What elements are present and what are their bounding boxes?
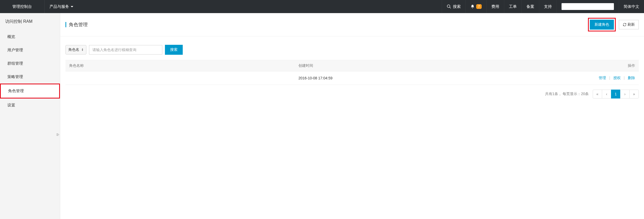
stepper-icon: ▲▼ <box>81 48 84 51</box>
sidebar-item-overview[interactable]: 概览 <box>0 30 60 43</box>
action-authorize[interactable]: 授权 <box>613 76 621 80</box>
products-menu[interactable]: 产品与服务 <box>45 0 78 13</box>
refresh-icon <box>623 23 626 26</box>
global-search[interactable]: 搜索 <box>442 0 465 13</box>
table-row: 2016-10-08 17:04:59 管理 | 授权 | 删除 <box>65 72 639 85</box>
svg-point-0 <box>447 5 450 8</box>
page-title: 角色管理 <box>69 21 588 28</box>
brand[interactable]: 管理控制台 <box>0 0 45 13</box>
sidebar-item-groups[interactable]: 群组管理 <box>0 57 60 70</box>
bell-icon <box>470 4 475 9</box>
title-accent-bar <box>65 22 66 27</box>
filter-input[interactable] <box>89 45 162 54</box>
nav-item-billing[interactable]: 费用 <box>486 0 504 13</box>
sidebar-item-users[interactable]: 用户管理 <box>0 43 60 57</box>
search-icon <box>447 4 451 9</box>
pagination: 共有1条， 每页显示：20条 « ‹ 1 › » <box>60 85 644 103</box>
refresh-button[interactable]: 刷新 <box>619 20 639 29</box>
filter-select-label: 角色名 <box>68 47 79 52</box>
action-manage[interactable]: 管理 <box>599 76 606 80</box>
page-prev[interactable]: ‹ <box>602 90 611 98</box>
page-current[interactable]: 1 <box>611 90 620 98</box>
page-next[interactable]: › <box>620 90 630 98</box>
search-label: 搜索 <box>453 4 461 9</box>
notifications[interactable]: 7 <box>465 0 486 13</box>
filter-search-button[interactable]: 搜索 <box>165 45 183 55</box>
refresh-label: 刷新 <box>628 22 635 27</box>
highlight-sidebar: 角色管理 <box>0 84 60 98</box>
highlight-new-role: 新建角色 <box>588 18 616 31</box>
top-nav: 管理控制台 产品与服务 搜索 7 费用 工单 备案 支持 简体中文 <box>0 0 644 13</box>
roles-table: 角色名称 创建时间 操作 2016-10-08 17:04:59 管理 | 授权… <box>65 60 639 85</box>
notifications-badge: 7 <box>476 4 482 9</box>
content: 角色管理 新建角色 刷新 角色名 ▲▼ 搜索 角色名称 创建时间 操作 <box>60 13 644 219</box>
col-actions: 操作 <box>524 60 639 72</box>
spacer <box>78 0 442 13</box>
sidebar-item-settings[interactable]: 设置 <box>0 98 60 112</box>
col-name: 角色名称 <box>65 60 295 72</box>
sep: | <box>609 76 610 80</box>
sidebar-collapse-handle[interactable] <box>55 131 60 138</box>
sidebar-title: 访问控制 RAM <box>0 13 60 30</box>
pagination-summary: 共有1条， 每页显示：20条 <box>545 92 589 96</box>
sidebar-item-roles[interactable]: 角色管理 <box>1 84 59 98</box>
nav-item-beian[interactable]: 备案 <box>521 0 539 13</box>
page-header: 角色管理 新建角色 刷新 <box>60 13 644 36</box>
page-first[interactable]: « <box>593 90 602 98</box>
new-role-button[interactable]: 新建角色 <box>590 20 614 30</box>
sidebar: 访问控制 RAM 概览 用户管理 群组管理 策略管理 角色管理 设置 <box>0 13 60 219</box>
col-created: 创建时间 <box>295 60 524 72</box>
nav-item-tickets[interactable]: 工单 <box>504 0 521 13</box>
cell-created: 2016-10-08 17:04:59 <box>295 72 524 85</box>
action-delete[interactable]: 删除 <box>628 76 635 80</box>
cell-name <box>65 72 295 85</box>
pager: « ‹ 1 › » <box>593 90 639 98</box>
caret-down-icon <box>71 6 73 7</box>
collapse-icon <box>56 133 60 136</box>
nav-item-language[interactable]: 简体中文 <box>619 0 644 13</box>
nav-item-support[interactable]: 支持 <box>539 0 557 13</box>
filter-field-select[interactable]: 角色名 ▲▼ <box>65 45 86 54</box>
account-box <box>562 3 614 10</box>
filter-row: 角色名 ▲▼ 搜索 <box>60 36 644 60</box>
sep: | <box>624 76 625 80</box>
cell-actions: 管理 | 授权 | 删除 <box>524 72 639 85</box>
products-label: 产品与服务 <box>49 4 69 9</box>
svg-line-1 <box>450 7 451 8</box>
page-last[interactable]: » <box>629 90 639 98</box>
nav-item-account[interactable] <box>557 0 619 13</box>
sidebar-item-policies[interactable]: 策略管理 <box>0 70 60 84</box>
